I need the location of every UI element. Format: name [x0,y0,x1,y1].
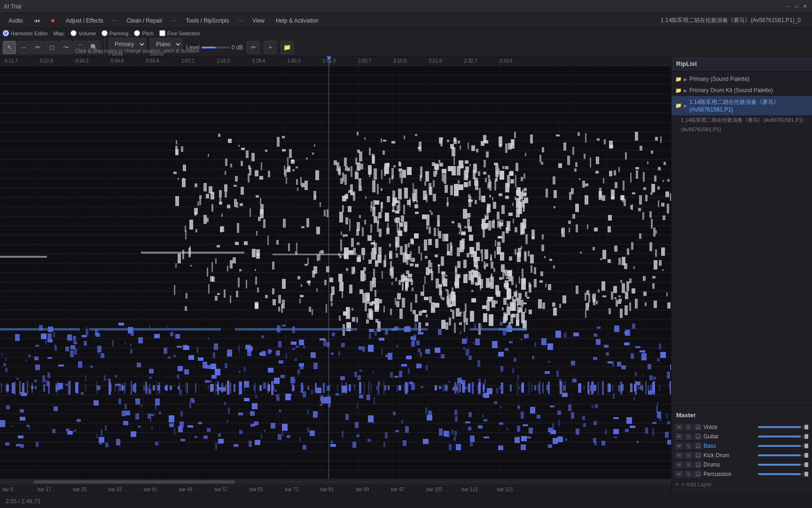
tool-move[interactable]: ↔ [17,41,30,54]
headphones-drums[interactable]: 🎧 [694,461,702,468]
time-marker-4: 0:55.8 [146,58,159,64]
toolbar-panning[interactable]: Panning [102,30,128,36]
voice-fader-handle[interactable] [804,425,808,429]
drums-fader[interactable] [758,464,809,466]
toolbar: Harmonic Editor Map: Volume Panning Pitc… [0,28,812,56]
menu-bar: Audio ⏮ ■ Adjust / Effects ··· Clean / R… [0,13,812,28]
transport-rewind[interactable]: ⏮ [30,16,45,26]
time-marker-2: 0:34.2 [75,58,88,64]
solo-percussion[interactable]: S [685,471,692,477]
scrollbar-thumb[interactable] [33,480,234,484]
riplist-content[interactable]: 📁 ▶ Primary (Sound Palette) 📁 ▶ Primary … [671,71,812,405]
fine-selection-checkbox[interactable] [159,30,165,36]
play-icon-2[interactable]: ▶ [684,88,687,93]
kick-fader[interactable] [758,454,809,456]
solo-guitar[interactable]: S [685,433,692,440]
mute-bass[interactable]: M [675,443,683,449]
play-icon-3[interactable]: ▶ [684,103,687,108]
tool-select[interactable]: ↖ [3,41,16,54]
solo-kick[interactable]: S [685,452,692,459]
toolbar-fine-selection[interactable]: Fine Selection [159,30,200,36]
riplist-item-song[interactable]: 📁 ▶ 1.14陈军用二胡在伦敦演奏《赛马》(Av56761581,P1) [671,96,812,115]
riplist-sub2-label: (Av56761581,P1) [681,127,721,132]
solo-drums[interactable]: S [685,461,692,468]
menu-help[interactable]: Help & Activation [271,16,323,26]
kick-label: Kick Drum [703,452,754,459]
app-title: AI Trial [4,3,21,10]
transport-stop[interactable]: ■ [47,16,59,26]
menu-view[interactable]: View [248,16,269,26]
time-marker-12: 2:21.9 [429,58,442,64]
mute-voice[interactable]: M [675,424,683,430]
headphones-kick[interactable]: 🎧 [694,452,702,459]
add-layer-icon: + [675,481,679,488]
menu-tools-ripscripts[interactable]: Tools / RipScripts [181,16,234,26]
headphones-voice[interactable]: 🎧 [694,424,702,430]
bar-marker-10: bar 89 [356,487,369,492]
tool-pencil-edit[interactable]: ✏ [247,41,260,54]
toolbar-right: Primary Palette Piano Sound Level 0 dB ✏… [109,38,294,56]
menu-dots-1[interactable]: ··· [110,16,120,25]
menu-clean-repair[interactable]: Clean / Repair [122,16,167,26]
headphones-bass[interactable]: 🎧 [694,443,702,449]
voice-fader[interactable] [758,426,809,428]
tool-pencil[interactable]: ✏ [31,41,44,54]
panning-radio[interactable] [102,30,108,36]
tool-erase[interactable]: ◻ [45,41,58,54]
tool-add[interactable]: + [264,41,277,54]
guitar-fader-fill [758,436,801,437]
mute-kick[interactable]: M [675,452,683,459]
menu-dots-3[interactable]: ··· [236,16,246,25]
solo-bass[interactable]: S [685,443,692,449]
percussion-fader[interactable] [758,473,809,475]
menu-audio[interactable]: Audio [4,16,28,26]
time-marker-11: 2:10.8 [393,58,406,64]
map-label: Map: [54,31,65,36]
bar-marker-7: bar 65 [250,487,263,492]
riplist-item-song-sub1[interactable]: 1.14陈军用二胡在伦敦演奏《赛马》(Av56761581,P1) [671,115,812,125]
time-marker-5: 1:07.1 [181,58,195,64]
track-row-kick: M S 🎧 Kick Drum [671,451,812,460]
toolbar-harmonic-editor[interactable]: Harmonic Editor [3,30,48,36]
headphones-guitar[interactable]: 🎧 [694,433,702,440]
riplist-item-drum-kit[interactable]: 📁 ▶ Primary Drum Kit (Sound Palette) [671,85,812,96]
toolbar-volume[interactable]: Volume [70,30,96,36]
harmonic-editor-radio[interactable] [3,30,9,36]
riplist-item-song-sub2[interactable]: (Av56761581,P1) [671,125,812,134]
bar-marker-2: bar 25 [73,487,86,492]
horizontal-scrollbar[interactable] [0,479,671,484]
maximize-button[interactable]: □ [793,3,800,10]
level-slider[interactable] [202,47,230,48]
kick-fader-handle[interactable] [804,453,808,458]
bass-fader[interactable] [758,445,809,447]
solo-voice[interactable]: S [685,424,692,430]
bar-marker-8: bar 73 [285,487,298,492]
play-icon[interactable]: ▶ [684,77,687,82]
percussion-fader-handle[interactable] [804,472,808,476]
bar-marker-0: bar 9 [2,487,13,492]
mute-drums[interactable]: M [675,461,683,468]
close-button[interactable]: ✕ [802,3,808,10]
mute-percussion[interactable]: M [675,471,683,477]
menu-adjust-effects[interactable]: Adjust / Effects [61,16,108,26]
add-layer-button[interactable]: + + Add Layer [671,479,812,490]
riplist-item-primary-sound[interactable]: 📁 ▶ Primary (Sound Palette) [671,73,812,85]
tool-folder[interactable]: 📁 [281,41,294,54]
drums-fader-handle[interactable] [804,462,808,467]
guitar-fader[interactable] [758,436,809,437]
bass-fader-fill [758,445,801,447]
tool-wave[interactable]: 〜 [59,41,72,54]
note-canvas[interactable] [0,66,671,479]
pitch-radio[interactable] [134,30,140,36]
guitar-fader-handle[interactable] [804,434,808,439]
time-marker-1: 0:22.8 [40,58,53,64]
window-controls[interactable]: ─ □ ✕ [785,3,808,10]
bass-fader-handle[interactable] [804,444,808,448]
volume-radio[interactable] [70,30,77,36]
headphones-percussion[interactable]: 🎧 [694,471,702,477]
mute-guitar[interactable]: M [675,433,683,440]
menu-dots-2[interactable]: ··· [169,16,179,25]
time-marker-0: 0:11.7 [5,58,18,64]
toolbar-pitch[interactable]: Pitch [134,30,153,36]
minimize-button[interactable]: ─ [785,3,791,10]
